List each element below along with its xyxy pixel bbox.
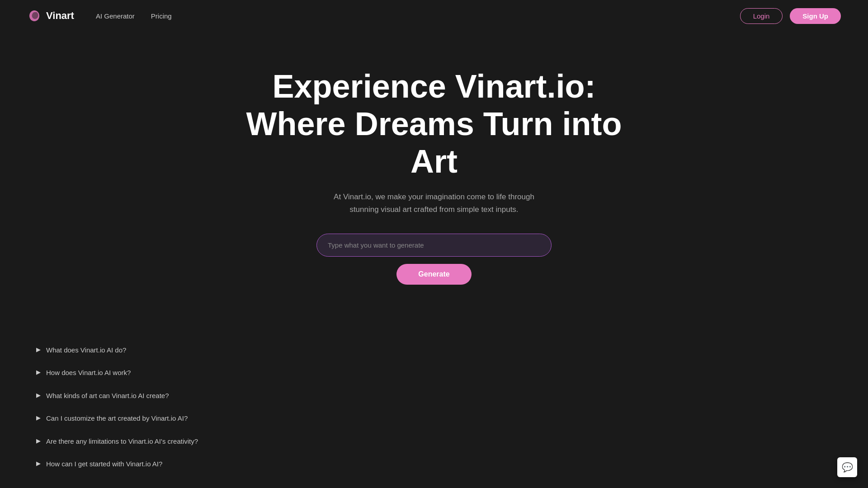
hero-section: Experience Vinart.io: Where Dreams Turn …	[0, 32, 868, 303]
logo-link[interactable]: Vinart	[27, 9, 74, 23]
hero-title: Experience Vinart.io: Where Dreams Turn …	[231, 68, 637, 180]
chat-icon: 💬	[842, 462, 853, 473]
faq-question-2: How does Vinart.io AI work?	[46, 368, 131, 378]
nav-links: AI Generator Pricing	[96, 12, 172, 20]
faq-arrow-2: ▶	[36, 369, 41, 375]
faq-arrow-1: ▶	[36, 346, 41, 353]
generator-area: Generate	[9, 234, 859, 285]
faq-item-3[interactable]: ▶ What kinds of art can Vinart.io AI cre…	[36, 385, 832, 408]
navbar: Vinart AI Generator Pricing Login Sign U…	[0, 0, 868, 32]
generate-button[interactable]: Generate	[396, 264, 471, 285]
faq-question-6: How can I get started with Vinart.io AI?	[46, 459, 162, 469]
faq-question-1: What does Vinart.io AI do?	[46, 345, 126, 356]
faq-item-1[interactable]: ▶ What does Vinart.io AI do?	[36, 339, 832, 362]
faq-question-5: Are there any limitations to Vinart.io A…	[46, 436, 198, 447]
faq-arrow-3: ▶	[36, 392, 41, 399]
nav-ai-generator[interactable]: AI Generator	[96, 12, 135, 20]
navbar-right: Login Sign Up	[740, 8, 841, 24]
chat-widget[interactable]: 💬	[837, 457, 857, 477]
faq-item-6[interactable]: ▶ How can I get started with Vinart.io A…	[36, 453, 832, 476]
faq-arrow-5: ▶	[36, 437, 41, 444]
signup-button[interactable]: Sign Up	[790, 8, 841, 24]
hero-subtitle: At Vinart.io, we make your imagination c…	[321, 191, 547, 215]
faq-question-4: Can I customize the art created by Vinar…	[46, 413, 188, 424]
faq-item-5[interactable]: ▶ Are there any limitations to Vinart.io…	[36, 430, 832, 453]
faq-item-2[interactable]: ▶ How does Vinart.io AI work?	[36, 361, 832, 385]
faq-question-3: What kinds of art can Vinart.io AI creat…	[46, 391, 169, 401]
brand-name: Vinart	[46, 10, 74, 22]
navbar-left: Vinart AI Generator Pricing	[27, 9, 172, 23]
faq-section: ▶ What does Vinart.io AI do? ▶ How does …	[0, 303, 868, 488]
logo-icon	[27, 9, 42, 23]
prompt-input[interactable]	[316, 234, 552, 257]
login-button[interactable]: Login	[740, 8, 783, 24]
faq-item-4[interactable]: ▶ Can I customize the art created by Vin…	[36, 407, 832, 430]
faq-arrow-4: ▶	[36, 414, 41, 421]
faq-arrow-6: ▶	[36, 460, 41, 467]
prompt-input-wrapper	[316, 234, 552, 257]
nav-pricing[interactable]: Pricing	[151, 12, 172, 20]
